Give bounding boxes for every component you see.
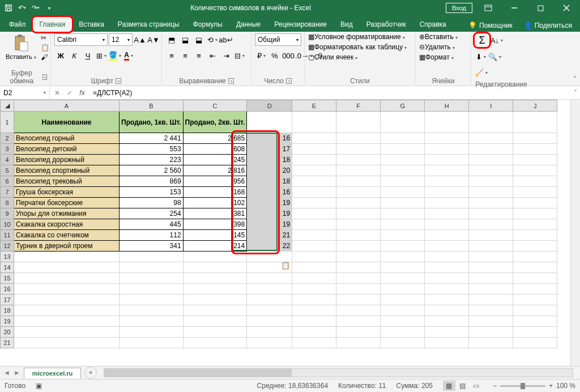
cell-F20[interactable] bbox=[336, 327, 381, 338]
row-header-1[interactable]: 1 bbox=[1, 112, 14, 133]
qat-customize-icon[interactable]: ▾ bbox=[43, 2, 56, 14]
tab-home[interactable]: Главная bbox=[33, 17, 72, 32]
cell-F21[interactable] bbox=[336, 338, 381, 348]
col-header-D[interactable]: D bbox=[247, 100, 292, 112]
row-header-8[interactable]: 8 bbox=[1, 198, 14, 208]
vertical-scrollbar[interactable] bbox=[570, 100, 580, 366]
cell-F10[interactable] bbox=[336, 219, 381, 230]
cell-C12[interactable]: 214 bbox=[183, 241, 247, 252]
cell-F5[interactable] bbox=[336, 165, 381, 176]
cell-C13[interactable] bbox=[183, 252, 247, 262]
cell-C8[interactable]: 102 bbox=[183, 198, 247, 208]
cell-F16[interactable] bbox=[336, 284, 381, 295]
cell-B21[interactable] bbox=[120, 338, 184, 348]
copy-icon[interactable]: 📋 bbox=[41, 44, 49, 52]
zoom-slider[interactable] bbox=[500, 385, 545, 387]
cancel-formula-icon[interactable]: ✕ bbox=[52, 89, 62, 97]
cell-G20[interactable] bbox=[381, 327, 425, 338]
align-top-icon[interactable]: ⬒ bbox=[165, 33, 178, 46]
cell-J9[interactable] bbox=[513, 208, 557, 219]
tab-review[interactable]: Рецензирование bbox=[267, 17, 334, 32]
font-color-icon[interactable]: А bbox=[122, 49, 135, 62]
col-header-J[interactable]: J bbox=[513, 100, 557, 112]
row-header-16[interactable]: 16 bbox=[1, 284, 14, 295]
cell-F18[interactable] bbox=[336, 305, 381, 316]
find-icon[interactable]: 🔍 bbox=[488, 50, 501, 63]
share-button[interactable]: 👤Поделиться bbox=[518, 19, 578, 32]
cell-D6[interactable]: 18 bbox=[247, 176, 292, 187]
tab-layout[interactable]: Разметка страницы bbox=[111, 17, 186, 32]
zoom-in-icon[interactable]: + bbox=[549, 382, 553, 390]
namebox-drop-icon[interactable]: ▾ bbox=[44, 90, 46, 95]
cell-I4[interactable] bbox=[469, 155, 513, 165]
cell-J5[interactable] bbox=[513, 165, 557, 176]
align-left-icon[interactable]: ≡ bbox=[165, 49, 178, 62]
fill-icon[interactable]: ⬇ bbox=[475, 50, 487, 63]
cell-E17[interactable] bbox=[292, 295, 336, 305]
tab-insert[interactable]: Вставка bbox=[72, 17, 111, 32]
tab-formulas[interactable]: Формулы bbox=[186, 17, 229, 32]
cell-H12[interactable] bbox=[425, 241, 469, 252]
view-page-icon[interactable]: ▤ bbox=[457, 381, 469, 391]
cell-E7[interactable] bbox=[292, 187, 336, 198]
cell-C16[interactable] bbox=[183, 284, 247, 295]
cell-B18[interactable] bbox=[120, 305, 184, 316]
cell-B2[interactable]: 2 441 bbox=[120, 133, 184, 144]
cell-E9[interactable] bbox=[292, 208, 336, 219]
cell-G10[interactable] bbox=[381, 219, 425, 230]
cell-G16[interactable] bbox=[381, 284, 425, 295]
save-icon[interactable] bbox=[2, 2, 15, 14]
tab-data[interactable]: Данные bbox=[229, 17, 267, 32]
cell-H6[interactable] bbox=[425, 176, 469, 187]
cell-F2[interactable] bbox=[336, 133, 381, 144]
minimize-icon[interactable] bbox=[503, 0, 526, 16]
cell-I9[interactable] bbox=[469, 208, 513, 219]
select-all[interactable]: ◢ bbox=[1, 100, 14, 112]
tell-me-button[interactable]: 💡Помощник bbox=[463, 19, 518, 32]
merge-icon[interactable]: ⊟ bbox=[233, 49, 246, 62]
cell-E12[interactable] bbox=[292, 241, 336, 252]
enter-formula-icon[interactable]: ✓ bbox=[65, 89, 75, 97]
cell-B15[interactable] bbox=[120, 273, 184, 284]
col-header-G[interactable]: G bbox=[381, 100, 425, 112]
cell-D16[interactable] bbox=[247, 284, 292, 295]
cell-A3[interactable]: Велосипед детский bbox=[14, 144, 120, 155]
expand-formula-icon[interactable]: ˅ bbox=[570, 89, 580, 97]
cell-styles-button[interactable]: ▢Стили ячеек bbox=[308, 53, 357, 61]
cell-A16[interactable] bbox=[14, 284, 120, 295]
cell-D8[interactable]: 19 bbox=[247, 198, 292, 208]
cell-B20[interactable] bbox=[120, 327, 184, 338]
cell-G9[interactable] bbox=[381, 208, 425, 219]
cell-B17[interactable] bbox=[120, 295, 184, 305]
sort-filter-icon[interactable]: A↓ bbox=[491, 34, 503, 46]
cell-H3[interactable] bbox=[425, 144, 469, 155]
row-header-20[interactable]: 20 bbox=[1, 327, 14, 338]
fill-color-icon[interactable]: 🪣 bbox=[109, 49, 121, 62]
cell-G19[interactable] bbox=[381, 316, 425, 327]
cell-H11[interactable] bbox=[425, 230, 469, 241]
cell-E8[interactable] bbox=[292, 198, 336, 208]
currency-icon[interactable]: ₽ bbox=[255, 49, 267, 62]
cell-H4[interactable] bbox=[425, 155, 469, 165]
tab-view[interactable]: Вид bbox=[334, 17, 360, 32]
cell-G8[interactable] bbox=[381, 198, 425, 208]
view-normal-icon[interactable]: ▦ bbox=[443, 381, 455, 391]
format-table-button[interactable]: ▦Форматировать как таблицу bbox=[308, 43, 407, 51]
cell-C9[interactable]: 381 bbox=[183, 208, 247, 219]
row-header-21[interactable]: 21 bbox=[1, 338, 14, 348]
cell-J8[interactable] bbox=[513, 198, 557, 208]
underline-icon[interactable]: Ч bbox=[82, 49, 94, 62]
cut-icon[interactable]: ✂ bbox=[41, 34, 49, 42]
cell-E13[interactable] bbox=[292, 252, 336, 262]
cell-B14[interactable] bbox=[120, 262, 184, 273]
font-size-select[interactable]: 12▾ bbox=[109, 33, 133, 46]
cell-D18[interactable] bbox=[247, 305, 292, 316]
row-header-9[interactable]: 9 bbox=[1, 208, 14, 219]
cell-F4[interactable] bbox=[336, 155, 381, 165]
cell-B8[interactable]: 98 bbox=[120, 198, 184, 208]
cell-C1[interactable]: Продано, 2кв. Шт. bbox=[183, 112, 247, 133]
cell-F9[interactable] bbox=[336, 208, 381, 219]
increase-font-icon[interactable]: A▲ bbox=[134, 33, 146, 46]
row-header-11[interactable]: 11 bbox=[1, 230, 14, 241]
cell-E14[interactable] bbox=[292, 262, 336, 273]
